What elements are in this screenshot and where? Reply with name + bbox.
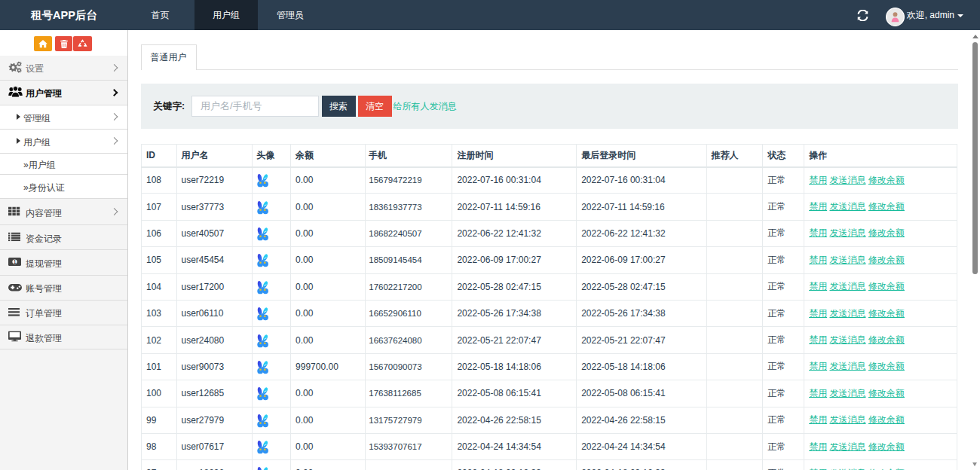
svg-text:1: 1 (14, 259, 17, 264)
